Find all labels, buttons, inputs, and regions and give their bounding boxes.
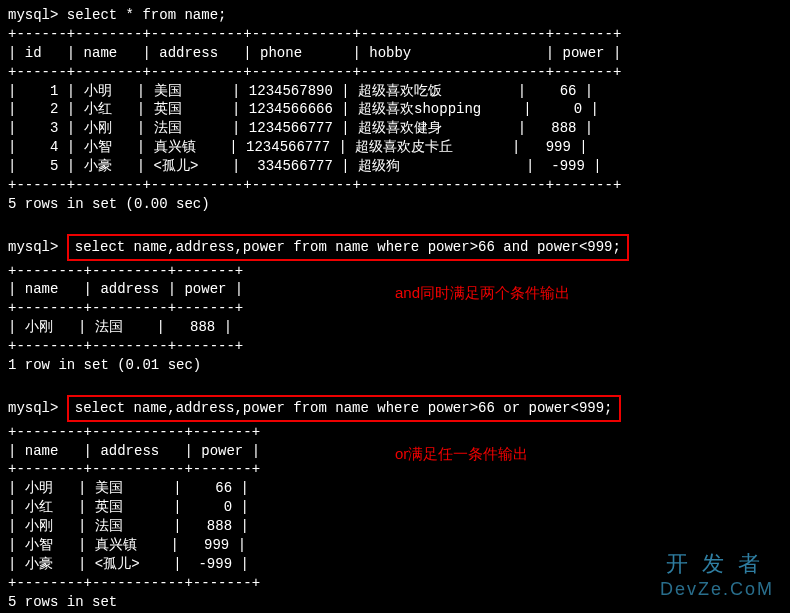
table-header: | name | address | power | (8, 443, 260, 459)
table-border: +--------+---------+-------+ (8, 338, 243, 354)
table-border: +------+--------+-----------+-----------… (8, 64, 621, 80)
table-row: | 小刚 | 法国 | 888 | (8, 518, 249, 534)
result-table-2: +--------+---------+-------+ | name | ad… (8, 262, 782, 356)
sql-command-3-highlighted: select name,address,power from name wher… (67, 395, 621, 422)
table-row: | 3 | 小刚 | 法国 | 1234566777 | 超级喜欢健身 | 88… (8, 120, 593, 136)
table-header: | id | name | address | phone | hobby | … (8, 45, 621, 61)
table-border: +------+--------+-----------+-----------… (8, 177, 621, 193)
table-border: +--------+-----------+-------+ (8, 575, 260, 591)
table-header: | name | address | power | (8, 281, 243, 297)
table-row: | 4 | 小智 | 真兴镇 | 1234566777 | 超级喜欢皮卡丘 | … (8, 139, 588, 155)
sql-command-1: select * from name; (67, 7, 227, 23)
table-row: | 1 | 小明 | 美国 | 1234567890 | 超级喜欢吃饭 | 66… (8, 83, 593, 99)
mysql-prompt-2: mysql> select name,address,power from na… (8, 233, 782, 262)
sql-command-2-highlighted: select name,address,power from name wher… (67, 234, 629, 261)
table-row: | 小明 | 美国 | 66 | (8, 480, 249, 496)
table-row: | 小豪 | <孤儿> | -999 | (8, 556, 249, 572)
table-border: +--------+-----------+-------+ (8, 424, 260, 440)
prompt-prefix: mysql> (8, 239, 67, 255)
prompt-prefix: mysql> (8, 400, 67, 416)
table-row: | 小智 | 真兴镇 | 999 | (8, 537, 246, 553)
table-border: +--------+---------+-------+ (8, 263, 243, 279)
prompt-prefix: mysql> (8, 7, 67, 23)
result-footer-3: 5 rows in set (8, 593, 782, 612)
mysql-prompt-3: mysql> select name,address,power from na… (8, 394, 782, 423)
table-row: | 小红 | 英国 | 0 | (8, 499, 249, 515)
annotation-and: and同时满足两个条件输出 (395, 283, 570, 303)
table-border: +------+--------+-----------+-----------… (8, 26, 621, 42)
mysql-prompt-1: mysql> select * from name; (8, 6, 782, 25)
result-footer-2: 1 row in set (0.01 sec) (8, 356, 782, 375)
table-border: +--------+-----------+-------+ (8, 461, 260, 477)
result-table-1: +------+--------+-----------+-----------… (8, 25, 782, 195)
table-row: | 小刚 | 法国 | 888 | (8, 319, 232, 335)
result-footer-1: 5 rows in set (0.00 sec) (8, 195, 782, 214)
annotation-or: or满足任一条件输出 (395, 444, 528, 464)
table-row: | 2 | 小红 | 英国 | 1234566666 | 超级喜欢shoppin… (8, 101, 599, 117)
table-border: +--------+---------+-------+ (8, 300, 243, 316)
table-row: | 5 | 小豪 | <孤儿> | 334566777 | 超级狗 | -999… (8, 158, 602, 174)
